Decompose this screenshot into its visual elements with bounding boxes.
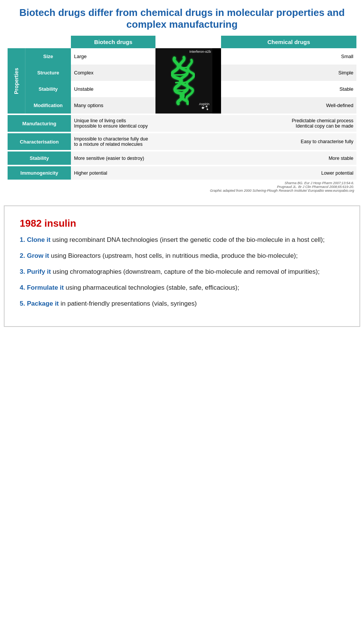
biotech-size: Large [71, 48, 155, 65]
manufacturing-biotech: Unique line of living cells Impossible t… [71, 115, 155, 132]
step-3-rest: using chromatographies (downstream, capt… [51, 268, 320, 275]
steps-list: 1. Clone it using recombinant DNA techno… [20, 235, 344, 308]
manufacturing-label: Manufacturing [8, 115, 71, 132]
prop-stability-label: Stability [25, 81, 71, 97]
stability-section-row: Stability More sensitive (easier to dest… [8, 151, 356, 165]
molecule-image-cell: Interferon-α2b [155, 48, 221, 114]
step-3-keyword: Purify it [27, 268, 51, 275]
chemical-size: Small [221, 48, 356, 65]
characterisation-chemical: Easy to characterise fully [221, 133, 356, 150]
immunogenicity-chemical: Lower potential [221, 166, 356, 180]
bottom-section: 1982 insulin 1. Clone it using recombina… [4, 205, 360, 327]
step-4-keyword: Formulate it [27, 284, 64, 291]
chemical-structure: Simple [221, 65, 356, 81]
step-2-rest: using Bioreactors (upstream, host cells,… [49, 252, 298, 259]
immunogenicity-row: Immunogenicity Higher potential Lower po… [8, 166, 356, 180]
protein-structure-svg [159, 54, 209, 107]
step-4-number: 4. [20, 284, 25, 291]
table-header-row: Biotech drugs Chemical drugs [8, 36, 356, 48]
step-5-rest: in patient-friendly presentations (vials… [59, 300, 197, 307]
step-2-number: 2. [20, 252, 25, 259]
step-4: 4. Formulate it using pharmaceutical tec… [20, 283, 344, 292]
step-1-keyword: Clone it [27, 236, 50, 243]
step-3-number: 3. [20, 268, 25, 275]
manufacturing-row: Manufacturing Unique line of living cell… [8, 115, 356, 132]
size-row: Properties Size Large Interferon-α2b [8, 48, 356, 65]
step-4-rest: using pharmaceutical technologies (stabl… [64, 284, 239, 291]
interferon-label: Interferon-α2b [190, 50, 211, 54]
properties-label: Properties [8, 48, 25, 114]
characterisation-biotech: Impossible to characterise fully due to … [71, 133, 155, 150]
characterisation-label: Characterisation [8, 133, 71, 150]
biotech-modification: Many options [71, 97, 155, 114]
stability-section-label: Stability [8, 151, 71, 165]
manufacturing-chemical: Predictable chemical process Identical c… [221, 115, 356, 132]
immunogenicity-biotech: Higher potential [71, 166, 155, 180]
reference-text: Sharma BG. Eur J Hosp Pharm 2007;13:54-6… [8, 180, 356, 194]
step-2: 2. Grow it using Bioreactors (upstream, … [20, 251, 344, 260]
characterisation-row: Characterisation Impossible to character… [8, 133, 356, 150]
aspirin-molecule-svg [199, 104, 210, 112]
biotech-structure: Complex [71, 65, 155, 81]
prop-structure-label: Structure [25, 65, 71, 81]
step-1-number: 1. [20, 236, 25, 243]
prop-modification-label: Modification [25, 97, 71, 114]
stability-chemical: More stable [221, 151, 356, 165]
step-2-keyword: Grow it [27, 252, 49, 259]
comparison-table: Biotech drugs Chemical drugs Properties … [8, 36, 356, 194]
chemical-header: Chemical drugs [221, 36, 356, 48]
chemical-modification: Well-defined [221, 97, 356, 114]
main-title: Biotech drugs differ from chemical drugs… [8, 7, 356, 30]
step-3: 3. Purify it using chromatographies (dow… [20, 267, 344, 276]
step-5: 5. Package it in patient-friendly presen… [20, 299, 344, 308]
stability-biotech: More sensitive (easier to destroy) [71, 151, 155, 165]
reference-row: Sharma BG. Eur J Hosp Pharm 2007;13:54-6… [8, 180, 356, 194]
step-1: 1. Clone it using recombinant DNA techno… [20, 235, 344, 245]
immunogenicity-label: Immunogenicity [8, 166, 71, 180]
top-section: Biotech drugs differ from chemical drugs… [0, 0, 364, 198]
step-5-number: 5. [20, 300, 25, 307]
insulin-title: 1982 insulin [20, 218, 344, 229]
step-1-rest: using recombinant DNA technologies (inse… [50, 236, 325, 243]
biotech-stability: Unstable [71, 81, 155, 97]
step-5-keyword: Package it [27, 300, 59, 307]
chemical-stability: Stable [221, 81, 356, 97]
prop-size-label: Size [25, 48, 71, 65]
biotech-header: Biotech drugs [71, 36, 155, 48]
